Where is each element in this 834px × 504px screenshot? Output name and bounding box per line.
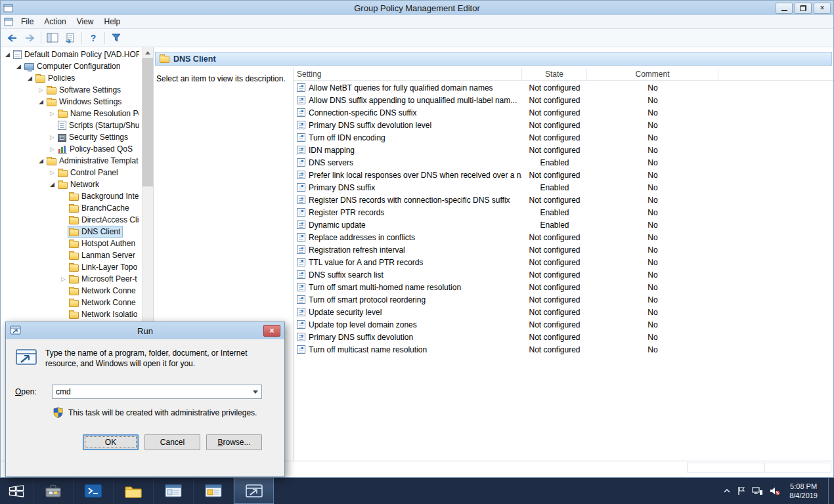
tree-item-name-resolution-po[interactable]: Name Resolution Po (1, 108, 142, 119)
settings-row[interactable]: Update security levelNot configuredNo (294, 306, 833, 318)
tree-item-content[interactable]: Network (56, 178, 102, 190)
setting-name-cell[interactable]: Primary DNS suffix devolution (294, 333, 522, 342)
tree-item-link-layer-topo[interactable]: Link-Layer Topo (1, 261, 142, 273)
tree-expander-icon[interactable] (48, 167, 56, 178)
settings-row[interactable]: Connection-specific DNS suffixNot config… (294, 106, 833, 119)
restore-button[interactable] (795, 3, 812, 14)
tree-item-network-conne[interactable]: Network Conne (1, 285, 142, 297)
settings-row[interactable]: Primary DNS suffix devolution levelNot c… (294, 119, 833, 131)
help-icon[interactable]: ? (87, 32, 100, 45)
tree-item-content[interactable]: Administrative Templat (45, 155, 141, 167)
settings-row[interactable]: Replace addresses in conflictsNot config… (294, 231, 833, 243)
tree-expander-icon[interactable] (37, 155, 45, 167)
tree-expander-icon[interactable] (14, 60, 23, 72)
tree-expander-icon[interactable] (59, 273, 68, 285)
tree-item-content[interactable]: Default Domain Policy [VAD.HORI (12, 49, 142, 60)
tree-item-content[interactable]: Policies (34, 72, 77, 84)
taskbar-gpme[interactable] (194, 478, 234, 504)
settings-row[interactable]: Primary DNS suffix devolutionNot configu… (294, 331, 833, 343)
settings-row[interactable]: Update top level domain zonesNot configu… (294, 318, 833, 331)
forward-icon[interactable] (23, 32, 36, 45)
close-button[interactable]: × (814, 3, 831, 14)
settings-row[interactable]: Turn off smart protocol reorderingNot co… (294, 293, 833, 306)
tree-item-security-settings[interactable]: Security Settings (1, 131, 142, 143)
show-desktop-button[interactable] (828, 478, 833, 504)
tree-item-policies[interactable]: Policies (1, 72, 142, 84)
cancel-button[interactable]: Cancel (144, 434, 200, 450)
setting-name-cell[interactable]: Register DNS records with connection-spe… (294, 196, 522, 205)
tree-item-network-isolatio[interactable]: Network Isolatio (1, 308, 142, 320)
settings-row[interactable]: Registration refresh intervalNot configu… (294, 243, 833, 256)
settings-row[interactable]: Register PTR recordsEnabledNo (294, 206, 833, 219)
tree-item-content[interactable]: Policy-based QoS (56, 143, 135, 155)
titlebar[interactable]: Group Policy Management Editor × (1, 1, 833, 15)
setting-name-cell[interactable]: Update top level domain zones (294, 320, 522, 329)
tree-item-content[interactable]: Name Resolution Po (56, 108, 142, 119)
browse-button[interactable]: Browse... (206, 434, 262, 450)
tree-item-network[interactable]: Network (1, 178, 142, 190)
tree-item-branchcache[interactable]: BranchCache (1, 202, 142, 214)
tree-expander-icon[interactable] (26, 72, 34, 84)
tree-item-dns-client[interactable]: DNS Client (1, 226, 142, 238)
tree-item-content[interactable]: Windows Settings (45, 96, 124, 108)
setting-name-cell[interactable]: Replace addresses in conflicts (294, 233, 522, 242)
tree-item-computer-configuration[interactable]: Computer Configuration (1, 60, 142, 72)
tree-item-content[interactable]: Security Settings (56, 131, 131, 143)
column-header-comment[interactable]: Comment (587, 68, 718, 81)
tree-item-default-domain-policy-vad-hori[interactable]: Default Domain Policy [VAD.HORI (1, 49, 142, 60)
settings-row[interactable]: DNS serversEnabledNo (294, 156, 833, 169)
setting-name-cell[interactable]: Connection-specific DNS suffix (294, 108, 522, 117)
settings-row[interactable]: TTL value for A and PTR recordsNot confi… (294, 256, 833, 268)
tree-item-content[interactable]: Computer Configuration (23, 60, 123, 72)
tree-item-software-settings[interactable]: Software Settings (1, 84, 142, 96)
tree-item-content[interactable]: BranchCache (68, 202, 132, 214)
tree-item-content[interactable]: Hotspot Authen (68, 238, 138, 249)
taskbar-run[interactable] (234, 478, 274, 504)
setting-name-cell[interactable]: Turn off smart multi-homed name resoluti… (294, 283, 522, 292)
combobox-dropdown-arrow-icon[interactable] (250, 385, 261, 398)
settings-row[interactable]: IDN mappingNot configuredNo (294, 144, 833, 156)
setting-name-cell[interactable]: Register PTR records (294, 208, 522, 217)
menu-view[interactable]: View (72, 16, 99, 28)
network-icon[interactable] (752, 487, 763, 495)
ok-button[interactable]: OK (83, 434, 139, 450)
setting-name-cell[interactable]: DNS suffix search list (294, 270, 522, 280)
open-combobox[interactable]: cmd (52, 385, 262, 399)
show-hidden-icons-button[interactable] (723, 488, 731, 494)
tree-item-content[interactable]: DNS Client (68, 226, 123, 238)
setting-name-cell[interactable]: Primary DNS suffix (294, 183, 522, 192)
volume-muted-icon[interactable] (770, 486, 780, 495)
tree-item-content[interactable]: Network Conne (68, 285, 139, 297)
setting-name-cell[interactable]: Registration refresh interval (294, 245, 522, 255)
back-icon[interactable] (5, 32, 18, 45)
tree-item-content[interactable]: DirectAccess Cli (68, 214, 141, 226)
start-button[interactable] (0, 478, 33, 504)
column-header-state[interactable]: State (522, 68, 587, 81)
setting-name-cell[interactable]: Turn off IDN encoding (294, 133, 522, 142)
tree-expander-icon[interactable] (48, 131, 56, 143)
tree-item-content[interactable]: Background Inte (68, 190, 141, 202)
filter-icon[interactable] (110, 32, 123, 45)
tree-expander-icon[interactable] (48, 108, 56, 119)
minimize-button[interactable] (776, 3, 793, 14)
tree-item-content[interactable]: Software Settings (45, 84, 123, 96)
tree-item-content[interactable]: Network Isolatio (68, 308, 140, 320)
tree-item-network-conne[interactable]: Network Conne (1, 297, 142, 308)
tree-item-microsoft-peer-t[interactable]: Microsoft Peer-t (1, 273, 142, 285)
tree-expander-icon[interactable] (37, 84, 45, 96)
tree-item-content[interactable]: Link-Layer Topo (68, 261, 140, 273)
tree-expander-icon[interactable] (37, 96, 45, 108)
setting-name-cell[interactable]: Update security level (294, 308, 522, 317)
tree-expander-icon[interactable] (3, 49, 12, 60)
settings-row[interactable]: DNS suffix search listNot configuredNo (294, 268, 833, 281)
tree-item-policy-based-qos[interactable]: Policy-based QoS (1, 143, 142, 155)
settings-row[interactable]: Prefer link local responses over DNS whe… (294, 169, 833, 181)
scroll-up-button[interactable] (143, 47, 154, 58)
settings-row[interactable]: Dynamic updateEnabledNo (294, 219, 833, 231)
tree-expander-icon[interactable] (48, 178, 56, 190)
setting-name-cell[interactable]: Prefer link local responses over DNS whe… (294, 171, 522, 180)
setting-name-cell[interactable]: Turn off multicast name resolution (294, 345, 522, 354)
taskbar-powershell[interactable] (74, 478, 114, 504)
run-dialog-close-button[interactable]: × (263, 325, 280, 337)
setting-name-cell[interactable]: Turn off smart protocol reordering (294, 295, 522, 304)
